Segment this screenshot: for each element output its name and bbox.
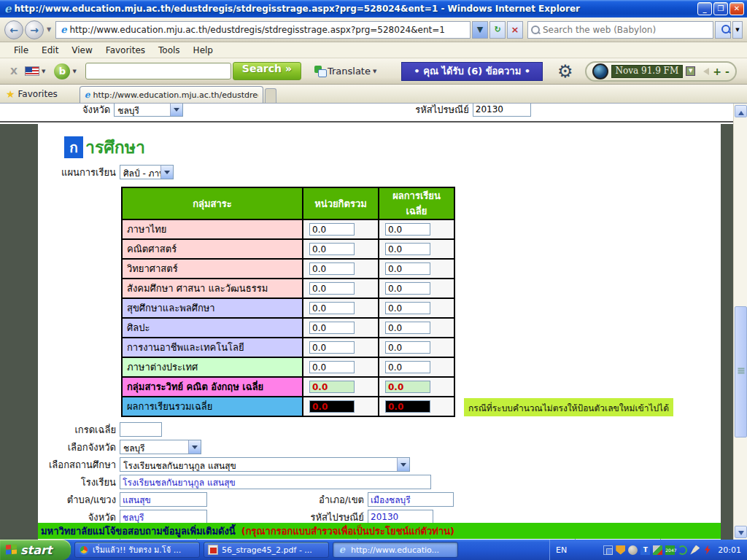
close-button[interactable]: ✕ [729, 2, 744, 15]
credits-input[interactable] [309, 400, 355, 413]
babylon-search-input[interactable] [85, 63, 231, 79]
table-row: ศิลปะ [122, 318, 454, 338]
credits-input[interactable] [309, 243, 355, 255]
gpa-input[interactable] [385, 381, 430, 393]
gpa-input[interactable] [385, 262, 430, 275]
minimize-button[interactable]: _ [697, 2, 712, 15]
pencil-icon[interactable] [690, 545, 700, 555]
school-select[interactable]: โรงเรียนชลกันยานุกูล แสนสุข [120, 457, 410, 472]
menu-tools[interactable]: Tools [152, 44, 187, 57]
gpa-input[interactable] [385, 341, 430, 354]
school-input[interactable] [120, 475, 431, 489]
favorites-star-icon[interactable]: ★ [6, 88, 15, 100]
district-input[interactable] [368, 492, 454, 507]
back-button[interactable]: ← [4, 20, 23, 39]
torrent-icon[interactable]: T [640, 545, 650, 555]
system-tray: EN T 2047 20:01 [549, 540, 747, 560]
credits-input[interactable] [309, 361, 355, 373]
taskbar-task-browser[interactable]: เริ่มแล้ว!! รับตรง ม.โจ้ ... [74, 542, 200, 558]
radio-station-display[interactable]: Nova 91.9 FM [611, 65, 684, 78]
gpa-input[interactable] [385, 223, 430, 236]
volume-icon[interactable] [628, 545, 638, 555]
subdistrict-input[interactable] [120, 492, 207, 507]
menu-help[interactable]: Help [187, 44, 220, 57]
credits-input[interactable] [309, 381, 355, 393]
credits-input[interactable] [309, 282, 355, 295]
address-url[interactable]: http://www.education.mju.ac.th/edustdreg… [69, 25, 444, 35]
forward-button[interactable]: → [25, 20, 44, 39]
credits-input[interactable] [309, 223, 355, 236]
update-icon[interactable] [678, 545, 687, 555]
menu-favorites[interactable]: Favorites [99, 44, 152, 57]
volume-down-button[interactable]: - [725, 66, 729, 77]
province-select[interactable]: ชลบุรี [120, 440, 201, 454]
gpa-input[interactable] [385, 400, 430, 413]
gpa-input[interactable] [120, 422, 162, 437]
postal-input[interactable] [368, 510, 433, 524]
gpa-input[interactable] [385, 322, 430, 334]
subdistrict-label: ตำบล/แขวง [38, 492, 120, 508]
vertical-scrollbar[interactable] [733, 104, 747, 540]
scrollbar-thumb[interactable] [735, 306, 747, 438]
address-dropdown-button[interactable]: ▼ [472, 21, 488, 39]
table-row: ภาษาต่างประเทศ [122, 357, 454, 377]
printer-icon[interactable] [653, 545, 662, 555]
grades-table: กลุ่มสาระ หน่วยกิตรวม ผลการเรียนเฉลี่ย ภ… [121, 187, 455, 417]
credits-input[interactable] [309, 341, 355, 354]
ie-icon: e [4, 2, 12, 15]
plan-select[interactable]: ศิลป์ - ภาษา [120, 165, 174, 179]
shield-icon[interactable] [616, 545, 625, 555]
start-button[interactable]: start [0, 540, 71, 560]
credits-input[interactable] [309, 302, 355, 314]
network-icon[interactable] [603, 545, 613, 555]
translate-dropdown[interactable]: ▼ [373, 69, 376, 74]
province-input[interactable] [120, 510, 207, 524]
favorites-button[interactable]: Favorites [18, 89, 58, 99]
gpa-input[interactable] [385, 361, 430, 373]
clock[interactable]: 20:01 [718, 545, 741, 555]
web-search-input[interactable] [543, 25, 710, 35]
scroll-down-button[interactable] [735, 526, 747, 538]
page-margins: ก ารศึกษา แผนการเรียน ศิลป์ - ภาษา กลุ่ม… [0, 124, 733, 540]
page-content: จังหวัด ชลบุรี รหัสไปรษณีย์ ก ารศึกษา แผ… [0, 104, 747, 540]
gpa-input[interactable] [385, 243, 430, 255]
taskbar-task-pdf[interactable]: 56_strage45_2.pdf - ... [204, 542, 329, 558]
babylon-dropdown[interactable]: ▼ [72, 69, 76, 74]
web-search-box[interactable] [527, 21, 713, 39]
table-row: ภาษาไทย [122, 219, 454, 239]
new-tab-button[interactable] [265, 88, 276, 103]
babylon-search-button[interactable]: Search » [233, 62, 301, 80]
credits-input[interactable] [309, 262, 355, 275]
flag-dropdown[interactable]: ▼ [42, 69, 45, 74]
us-flag-icon[interactable] [25, 66, 39, 76]
search-go-button[interactable] [715, 21, 731, 39]
gpa-input[interactable] [385, 302, 430, 314]
close-toolbar-button[interactable]: X [10, 66, 18, 77]
province-top-select[interactable]: ชลบุรี [114, 104, 183, 117]
gpa-input[interactable] [385, 282, 430, 295]
postal-top-input[interactable] [473, 104, 531, 117]
recent-pages-dropdown[interactable]: ▼ [47, 26, 51, 33]
credits-input[interactable] [309, 322, 355, 334]
radio-dropdown[interactable]: ▼ [686, 66, 695, 76]
menu-file[interactable]: File [7, 44, 35, 57]
menu-edit[interactable]: Edit [35, 44, 65, 57]
gear-icon[interactable]: ⚙ [557, 62, 573, 81]
menu-view[interactable]: View [65, 44, 98, 57]
babylon-logo-icon[interactable]: b [54, 63, 70, 79]
lightning-icon[interactable] [703, 545, 712, 555]
translate-button[interactable]: Translate [328, 66, 371, 77]
language-indicator[interactable]: EN [556, 545, 567, 555]
browser-tab[interactable]: e http://www.education.mju.ac.th/edustdr… [80, 86, 263, 103]
restore-button[interactable]: ❐ [713, 2, 728, 15]
volume-up-button[interactable]: + [713, 66, 721, 77]
messages-button[interactable]: • คุณ ได้รับ (6) ข้อความ • [401, 62, 543, 81]
refresh-button[interactable]: ↻ [489, 21, 506, 39]
taskbar-task-ie[interactable]: e http://www.educatio... [333, 542, 458, 558]
title-bar: e http://www.education.mju.ac.th/edustdr… [0, 0, 747, 18]
address-field[interactable]: e http://www.education.mju.ac.th/edustdr… [55, 21, 471, 39]
search-options-dropdown[interactable]: ▼ [732, 21, 743, 39]
stop-button[interactable]: × [507, 21, 523, 39]
calendar-icon[interactable]: 2047 [665, 545, 675, 555]
scroll-up-button[interactable] [735, 105, 747, 117]
